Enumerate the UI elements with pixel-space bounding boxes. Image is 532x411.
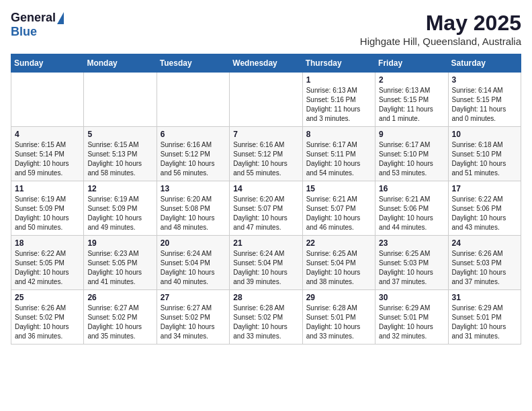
calendar-table: Sunday Monday Tuesday Wednesday Thursday… xyxy=(11,54,521,345)
table-row: 17Sunrise: 6:22 AMSunset: 5:06 PMDayligh… xyxy=(448,181,521,236)
calendar-week-row: 25Sunrise: 6:26 AMSunset: 5:02 PMDayligh… xyxy=(11,290,521,345)
day-info: Sunrise: 6:23 AMSunset: 5:05 PMDaylight:… xyxy=(87,249,152,287)
day-info: Sunrise: 6:29 AMSunset: 5:01 PMDaylight:… xyxy=(452,304,517,341)
day-info: Sunrise: 6:22 AMSunset: 5:06 PMDaylight:… xyxy=(452,195,517,232)
table-row: 9Sunrise: 6:17 AMSunset: 5:10 PMDaylight… xyxy=(375,127,448,181)
day-number: 2 xyxy=(379,75,444,85)
day-number: 19 xyxy=(87,238,152,248)
day-info: Sunrise: 6:13 AMSunset: 5:15 PMDaylight:… xyxy=(379,86,444,124)
calendar-week-row: 1Sunrise: 6:13 AMSunset: 5:16 PMDaylight… xyxy=(11,73,521,127)
table-row: 26Sunrise: 6:27 AMSunset: 5:02 PMDayligh… xyxy=(84,290,157,345)
table-row: 15Sunrise: 6:21 AMSunset: 5:07 PMDayligh… xyxy=(302,181,375,236)
day-number: 9 xyxy=(379,130,444,139)
day-info: Sunrise: 6:25 AMSunset: 5:03 PMDaylight:… xyxy=(379,249,444,287)
day-number: 30 xyxy=(379,293,444,302)
day-number: 25 xyxy=(15,293,80,302)
day-number: 10 xyxy=(452,130,517,139)
day-info: Sunrise: 6:26 AMSunset: 5:02 PMDaylight:… xyxy=(15,304,80,341)
table-row: 18Sunrise: 6:22 AMSunset: 5:05 PMDayligh… xyxy=(11,236,84,290)
day-info: Sunrise: 6:15 AMSunset: 5:13 PMDaylight:… xyxy=(87,140,152,178)
day-info: Sunrise: 6:17 AMSunset: 5:10 PMDaylight:… xyxy=(379,140,444,178)
logo-blue-text: Blue xyxy=(11,25,37,39)
day-info: Sunrise: 6:19 AMSunset: 5:09 PMDaylight:… xyxy=(87,195,152,232)
col-sunday: Sunday xyxy=(11,54,84,73)
table-row xyxy=(230,73,302,127)
header-row: Sunday Monday Tuesday Wednesday Thursday… xyxy=(11,54,521,73)
col-wednesday: Wednesday xyxy=(230,54,302,73)
col-tuesday: Tuesday xyxy=(157,54,229,73)
day-number: 13 xyxy=(161,184,226,193)
title-area: May 2025 Highgate Hill, Queensland, Aust… xyxy=(360,11,521,47)
table-row: 13Sunrise: 6:20 AMSunset: 5:08 PMDayligh… xyxy=(157,181,229,236)
table-row xyxy=(84,73,157,127)
day-number: 22 xyxy=(306,238,371,248)
day-number: 24 xyxy=(452,238,517,248)
table-row: 6Sunrise: 6:16 AMSunset: 5:12 PMDaylight… xyxy=(157,127,229,181)
table-row: 11Sunrise: 6:19 AMSunset: 5:09 PMDayligh… xyxy=(11,181,84,236)
day-info: Sunrise: 6:25 AMSunset: 5:04 PMDaylight:… xyxy=(306,249,371,287)
table-row: 24Sunrise: 6:26 AMSunset: 5:03 PMDayligh… xyxy=(448,236,521,290)
day-info: Sunrise: 6:21 AMSunset: 5:07 PMDaylight:… xyxy=(306,195,371,232)
day-number: 16 xyxy=(379,184,444,193)
day-number: 31 xyxy=(452,293,517,302)
header: General Blue May 2025 Highgate Hill, Que… xyxy=(11,11,521,47)
day-number: 18 xyxy=(15,238,80,248)
calendar-week-row: 11Sunrise: 6:19 AMSunset: 5:09 PMDayligh… xyxy=(11,181,521,236)
calendar-week-row: 4Sunrise: 6:15 AMSunset: 5:14 PMDaylight… xyxy=(11,127,521,181)
day-number: 27 xyxy=(161,293,226,302)
day-info: Sunrise: 6:20 AMSunset: 5:07 PMDaylight:… xyxy=(233,195,298,232)
day-info: Sunrise: 6:19 AMSunset: 5:09 PMDaylight:… xyxy=(15,195,80,232)
day-number: 20 xyxy=(161,238,226,248)
day-number: 28 xyxy=(233,293,298,302)
logo-general-text: General xyxy=(11,11,56,25)
table-row: 7Sunrise: 6:16 AMSunset: 5:12 PMDaylight… xyxy=(230,127,302,181)
day-info: Sunrise: 6:16 AMSunset: 5:12 PMDaylight:… xyxy=(161,140,226,178)
col-thursday: Thursday xyxy=(302,54,375,73)
day-info: Sunrise: 6:13 AMSunset: 5:16 PMDaylight:… xyxy=(306,86,371,124)
table-row: 4Sunrise: 6:15 AMSunset: 5:14 PMDaylight… xyxy=(11,127,84,181)
day-info: Sunrise: 6:28 AMSunset: 5:01 PMDaylight:… xyxy=(306,304,371,341)
day-number: 5 xyxy=(87,130,152,139)
table-row: 30Sunrise: 6:29 AMSunset: 5:01 PMDayligh… xyxy=(375,290,448,345)
table-row: 2Sunrise: 6:13 AMSunset: 5:15 PMDaylight… xyxy=(375,73,448,127)
day-number: 14 xyxy=(233,184,298,193)
col-friday: Friday xyxy=(375,54,448,73)
table-row: 10Sunrise: 6:18 AMSunset: 5:10 PMDayligh… xyxy=(448,127,521,181)
day-info: Sunrise: 6:22 AMSunset: 5:05 PMDaylight:… xyxy=(15,249,80,287)
day-number: 4 xyxy=(15,130,80,139)
table-row: 12Sunrise: 6:19 AMSunset: 5:09 PMDayligh… xyxy=(84,181,157,236)
day-info: Sunrise: 6:28 AMSunset: 5:02 PMDaylight:… xyxy=(233,304,298,341)
day-number: 11 xyxy=(15,184,80,193)
table-row: 28Sunrise: 6:28 AMSunset: 5:02 PMDayligh… xyxy=(230,290,302,345)
day-info: Sunrise: 6:15 AMSunset: 5:14 PMDaylight:… xyxy=(15,140,80,178)
day-number: 26 xyxy=(87,293,152,302)
month-title: May 2025 xyxy=(360,11,521,36)
location-title: Highgate Hill, Queensland, Australia xyxy=(360,36,521,47)
day-number: 3 xyxy=(452,75,517,85)
day-number: 12 xyxy=(87,184,152,193)
table-row: 21Sunrise: 6:24 AMSunset: 5:04 PMDayligh… xyxy=(230,236,302,290)
table-row: 3Sunrise: 6:14 AMSunset: 5:15 PMDaylight… xyxy=(448,73,521,127)
day-number: 8 xyxy=(306,130,371,139)
day-info: Sunrise: 6:24 AMSunset: 5:04 PMDaylight:… xyxy=(161,249,226,287)
day-info: Sunrise: 6:18 AMSunset: 5:10 PMDaylight:… xyxy=(452,140,517,178)
table-row: 20Sunrise: 6:24 AMSunset: 5:04 PMDayligh… xyxy=(157,236,229,290)
day-info: Sunrise: 6:20 AMSunset: 5:08 PMDaylight:… xyxy=(161,195,226,232)
day-info: Sunrise: 6:27 AMSunset: 5:02 PMDaylight:… xyxy=(87,304,152,341)
day-number: 21 xyxy=(233,238,298,248)
table-row: 8Sunrise: 6:17 AMSunset: 5:11 PMDaylight… xyxy=(302,127,375,181)
day-info: Sunrise: 6:16 AMSunset: 5:12 PMDaylight:… xyxy=(233,140,298,178)
table-row: 19Sunrise: 6:23 AMSunset: 5:05 PMDayligh… xyxy=(84,236,157,290)
col-saturday: Saturday xyxy=(448,54,521,73)
col-monday: Monday xyxy=(84,54,157,73)
table-row: 1Sunrise: 6:13 AMSunset: 5:16 PMDaylight… xyxy=(302,73,375,127)
table-row: 29Sunrise: 6:28 AMSunset: 5:01 PMDayligh… xyxy=(302,290,375,345)
logo: General Blue xyxy=(11,11,64,39)
table-row: 22Sunrise: 6:25 AMSunset: 5:04 PMDayligh… xyxy=(302,236,375,290)
day-info: Sunrise: 6:29 AMSunset: 5:01 PMDaylight:… xyxy=(379,304,444,341)
day-number: 6 xyxy=(161,130,226,139)
table-row: 5Sunrise: 6:15 AMSunset: 5:13 PMDaylight… xyxy=(84,127,157,181)
day-info: Sunrise: 6:24 AMSunset: 5:04 PMDaylight:… xyxy=(233,249,298,287)
day-number: 23 xyxy=(379,238,444,248)
calendar-week-row: 18Sunrise: 6:22 AMSunset: 5:05 PMDayligh… xyxy=(11,236,521,290)
